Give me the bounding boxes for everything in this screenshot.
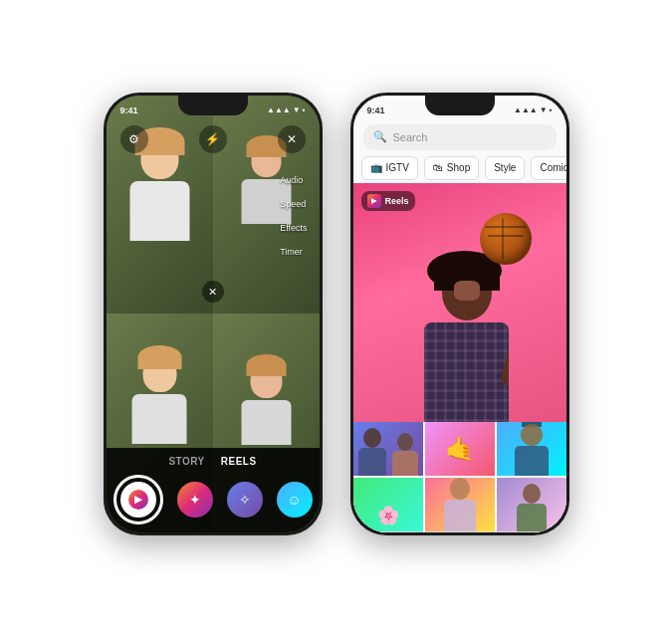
category-igtv[interactable]: 📺 IGTV <box>361 156 418 180</box>
face-filter-icon: ☺ <box>287 492 301 508</box>
notch-right <box>425 96 495 115</box>
explore-grid: 🤙 🌸 <box>353 422 566 531</box>
time-right: 9:41 <box>367 105 385 115</box>
reels-filter-icon: ✦ <box>189 492 201 508</box>
reels-badge-logo: ▶ <box>371 197 376 205</box>
wifi-icon-left: ▼ <box>293 105 301 114</box>
right-phone: 9:41 ▲▲▲ ▼ ▪ 🔍 Search <box>350 93 569 535</box>
comics-label: Comics <box>540 162 565 173</box>
flash-button[interactable]: ⚡ <box>199 125 227 153</box>
grid-thumb-4[interactable]: 🌸 <box>353 478 423 531</box>
grid-thumb-2[interactable]: 🤙 <box>425 422 495 476</box>
grid-thumb-6[interactable] <box>497 478 566 531</box>
reels-mode[interactable]: REELS <box>221 456 257 467</box>
thumb-flowers: 🌸 <box>377 505 399 526</box>
signal-icon-left: ▲▲▲ <box>267 105 291 114</box>
category-style[interactable]: Style <box>485 156 525 180</box>
audio-label: Audio <box>280 175 303 185</box>
reels-badge-label: Reels <box>385 196 409 206</box>
close-camera-button[interactable]: ✕ <box>278 125 306 153</box>
search-input[interactable]: 🔍 Search <box>363 124 557 150</box>
search-icon: 🔍 <box>373 130 387 143</box>
effects-label: Effects <box>280 223 307 233</box>
close-x-icon: ✕ <box>208 286 217 299</box>
speed-label: Speed <box>280 199 306 209</box>
battery-icon-left: ▪ <box>303 105 306 114</box>
shutter-button[interactable]: ▶ <box>113 475 163 524</box>
close-x-overlay[interactable]: ✕ <box>202 281 224 303</box>
scene: 9:41 ▲▲▲ ▼ ▪ ⚙ ⚡ ✕ <box>0 0 672 627</box>
timer-control[interactable]: Timer <box>280 247 307 257</box>
battery-icon-right: ▪ <box>550 105 553 114</box>
hero-image[interactable]: ▶ Reels <box>353 183 566 422</box>
grid-thumb-1[interactable] <box>353 422 423 476</box>
left-phone: 9:41 ▲▲▲ ▼ ▪ ⚙ ⚡ ✕ <box>104 93 323 535</box>
right-phone-inner: 9:41 ▲▲▲ ▼ ▪ 🔍 Search <box>353 96 566 532</box>
close-camera-icon: ✕ <box>287 132 297 146</box>
bottom-nav: ⌂ ⊙ + ♡ ◯ <box>353 531 566 532</box>
flash-icon: ⚡ <box>205 132 220 146</box>
story-mode[interactable]: STORY <box>168 456 204 467</box>
camera-top-controls: ⚙ ⚡ ✕ <box>107 125 320 153</box>
camera-bottom-bar: STORY REELS ▶ <box>107 448 320 532</box>
wifi-icon-right: ▼ <box>540 105 548 114</box>
effects-control[interactable]: Effects <box>280 223 307 233</box>
explore-main-content: ▶ Reels <box>353 183 566 531</box>
time-left: 9:41 <box>120 105 138 115</box>
signal-icon-right: ▲▲▲ <box>514 105 538 114</box>
thumb-hand: 🤙 <box>445 435 475 463</box>
shop-icon: 🛍 <box>433 162 443 173</box>
sparkle-button[interactable]: ✧ <box>227 482 263 518</box>
audio-control[interactable]: Audio <box>280 175 307 185</box>
camera-right-controls: Audio Speed Effects Timer <box>280 175 307 257</box>
timer-label: Timer <box>280 247 303 257</box>
camera-screen: 9:41 ▲▲▲ ▼ ▪ ⚙ ⚡ ✕ <box>107 96 320 532</box>
status-icons-left: ▲▲▲ ▼ ▪ <box>267 105 306 114</box>
face-filter-button[interactable]: ☺ <box>277 482 313 518</box>
status-icons-right: ▲▲▲ ▼ ▪ <box>514 105 553 114</box>
settings-button[interactable]: ⚙ <box>120 125 148 153</box>
shutter-inner: ▶ <box>120 482 156 518</box>
igtv-icon: 📺 <box>370 162 382 173</box>
igtv-label: IGTV <box>386 162 409 173</box>
category-shop[interactable]: 🛍 Shop <box>424 156 479 180</box>
shop-label: Shop <box>447 162 470 173</box>
reels-filter-button[interactable]: ✦ <box>177 482 213 518</box>
category-comics[interactable]: Comics <box>531 156 565 180</box>
left-phone-inner: 9:41 ▲▲▲ ▼ ▪ ⚙ ⚡ ✕ <box>107 96 320 532</box>
instagram-explore-screen: 9:41 ▲▲▲ ▼ ▪ 🔍 Search <box>353 96 566 532</box>
sparkle-icon: ✧ <box>239 492 251 508</box>
search-placeholder: Search <box>393 131 428 143</box>
reels-badge: ▶ Reels <box>361 191 415 211</box>
grid-thumb-5[interactable] <box>425 478 495 531</box>
reels-badge-icon: ▶ <box>367 194 381 208</box>
camera-actions-row: ▶ ✦ ✧ ☺ <box>107 475 320 524</box>
camera-mode-row: STORY REELS <box>168 456 256 467</box>
grid-thumb-3[interactable] <box>497 422 566 476</box>
search-bar: 🔍 Search <box>353 121 566 153</box>
speed-control[interactable]: Speed <box>280 199 307 209</box>
settings-icon: ⚙ <box>128 132 139 146</box>
notch-left <box>178 96 248 115</box>
style-label: Style <box>494 162 516 173</box>
category-bar: 📺 IGTV 🛍 Shop Style Comics TV & Movies <box>353 153 566 183</box>
